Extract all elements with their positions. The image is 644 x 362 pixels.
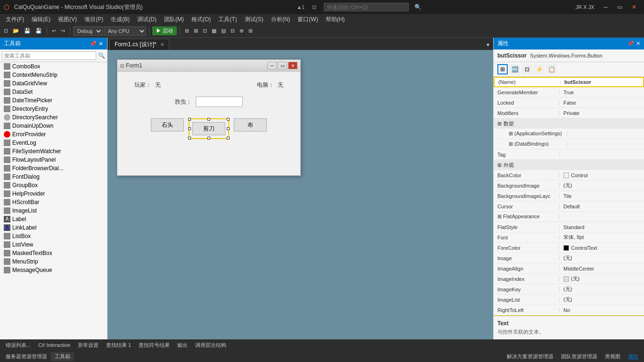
prop-properties-btn[interactable]: ⊡ — [522, 64, 532, 74]
scissor-button[interactable]: 剪刀 — [192, 122, 225, 135]
prop-section-data[interactable]: ⊞ 数据 — [494, 118, 644, 129]
prop-row-imagealign[interactable]: ImageAlign MiddleCenter — [494, 263, 644, 274]
toolbox-item[interactable]: MaskedTextBox — [0, 249, 107, 257]
save-all-btn[interactable]: 💾 — [33, 27, 44, 35]
output-tab-exceptions[interactable]: 异常设置 — [74, 341, 102, 350]
toolbox-item[interactable]: A LinkLabel — [0, 223, 107, 232]
minimize-button[interactable]: ─ — [600, 3, 611, 11]
prop-row-backcolor[interactable]: BackColor Control — [494, 170, 644, 181]
menu-format[interactable]: 格式(O) — [188, 15, 215, 25]
menu-debug[interactable]: 调试(D) — [133, 15, 160, 25]
toolbox-close-icon[interactable]: ✕ — [99, 41, 103, 47]
menu-help[interactable]: 帮助(H) — [322, 15, 349, 25]
menu-tools[interactable]: 工具(T) — [215, 15, 240, 25]
toolbar-btn4[interactable]: ▦ — [210, 27, 218, 35]
toolbar-btn1[interactable]: ⊞ — [183, 27, 191, 35]
prop-row-forecolor[interactable]: ForeColor ControlText — [494, 243, 644, 253]
prop-row-tag[interactable]: Tag — [494, 149, 644, 160]
menu-project[interactable]: 项目(P) — [81, 15, 107, 25]
output-tab-output[interactable]: 输出 — [173, 341, 191, 350]
close-button[interactable]: ✕ — [628, 3, 640, 11]
properties-link[interactable]: 属性 — [624, 352, 642, 361]
tab-dropdown-icon[interactable]: ▾ — [485, 40, 491, 50]
team-explorer-link[interactable]: 团队资源管理器 — [557, 352, 601, 361]
toolbox-item[interactable]: ImageList — [0, 206, 107, 215]
class-view-link[interactable]: 类视图 — [601, 352, 624, 361]
cloth-button[interactable]: 布 — [234, 118, 267, 132]
toolbox-tab[interactable]: 工具箱 — [51, 352, 74, 361]
output-tab-findsymbol[interactable]: 查找符号结果 — [135, 341, 173, 350]
restore-button[interactable]: ▭ — [613, 3, 626, 11]
toolbar-btn5[interactable]: ▤ — [219, 27, 228, 35]
output-tab-callstack[interactable]: 调用层次结构 — [191, 341, 230, 350]
toolbox-item[interactable]: DataGridView — [0, 79, 107, 88]
menu-test[interactable]: 测试(S) — [241, 15, 267, 25]
toolbox-item[interactable]: A Label — [0, 215, 107, 223]
prop-row-modifiers[interactable]: Modifiers Private — [494, 108, 644, 118]
rock-button[interactable]: 石头 — [151, 118, 184, 132]
form-close-btn[interactable]: ✕ — [288, 62, 297, 69]
undo-btn[interactable]: ↩ — [50, 27, 58, 35]
quick-launch-input[interactable] — [324, 3, 409, 11]
prop-row-imagekey[interactable]: ImageKey (无) — [494, 284, 644, 295]
solution-explorer-link[interactable]: 解决方案资源管理器 — [503, 352, 557, 361]
prop-categorized-btn[interactable]: ⊞ — [497, 64, 508, 74]
toolbox-item[interactable]: HScrollBar — [0, 198, 107, 206]
menu-edit[interactable]: 编辑(E) — [28, 15, 54, 25]
toolbox-item[interactable]: FolderBrowserDial... — [0, 164, 107, 173]
prop-row-generatemember[interactable]: GenerateMember True — [494, 87, 644, 98]
toolbar-btn8[interactable]: ⊞ — [247, 27, 255, 35]
toolbar-btn6[interactable]: ⊟ — [229, 27, 237, 35]
form-restore-btn[interactable]: ▭ — [278, 62, 287, 69]
toolbox-item[interactable]: MenuStrip — [0, 257, 107, 266]
prop-row-image[interactable]: Image (无) — [494, 253, 644, 263]
toolbox-item[interactable]: EventLog — [0, 139, 107, 147]
menu-view[interactable]: 视图(V) — [54, 15, 81, 25]
toolbar-btn2[interactable]: ⊠ — [192, 27, 200, 35]
toolbox-item[interactable]: DateTimePicker — [0, 96, 107, 105]
toolbox-item[interactable]: DirectorySearcher — [0, 113, 107, 122]
toolbox-item[interactable]: ListBox — [0, 232, 107, 240]
toolbox-search-input[interactable] — [2, 51, 96, 60]
redo-btn[interactable]: ↪ — [59, 27, 67, 35]
output-tab-findresults1[interactable]: 查找结果 1 — [102, 341, 135, 350]
toolbox-pin-icon[interactable]: 📌 — [90, 41, 97, 47]
properties-pin-icon[interactable]: 📌 — [627, 41, 634, 47]
toolbox-item[interactable]: FlowLayoutPanel — [0, 156, 107, 164]
prop-row-appsettings[interactable]: ⊞ (ApplicationSettings) — [494, 129, 644, 139]
prop-row-flatstyle[interactable]: FlatStyle Standard — [494, 222, 644, 232]
prop-section-appearance[interactable]: ⊞ 外观 — [494, 160, 644, 170]
toolbox-item[interactable]: GroupBox — [0, 181, 107, 189]
prop-row-imageindex[interactable]: ImageIndex (无) — [494, 274, 644, 284]
prop-row-locked[interactable]: Locked False — [494, 98, 644, 108]
menu-analyze[interactable]: 分析(N) — [267, 15, 294, 25]
toolbox-item[interactable]: ErrorProvider — [0, 130, 107, 139]
menu-file[interactable]: 文件(F) — [2, 15, 28, 25]
prop-row-font[interactable]: Font 宋体, 9pt — [494, 232, 644, 243]
debug-mode-dropdown[interactable]: Debug — [73, 26, 103, 36]
open-btn[interactable]: 📂 — [11, 27, 21, 35]
toolbar-btn3[interactable]: ⊡ — [201, 27, 209, 35]
save-btn[interactable]: 💾 — [22, 27, 33, 35]
prop-events-btn[interactable]: ⚡ — [534, 64, 545, 74]
toolbox-item[interactable]: DataSet — [0, 88, 107, 96]
start-button[interactable]: ▶ 启动 — [152, 26, 177, 35]
toolbox-item[interactable]: MessageQueue — [0, 266, 107, 274]
platform-dropdown[interactable]: Any CPU — [104, 26, 146, 36]
prop-row-bgimage[interactable]: BackgroundImage (无) — [494, 181, 644, 191]
prop-row-flatappearance[interactable]: ⊞ FlatAppearance — [494, 212, 644, 222]
menu-build[interactable]: 生成(B) — [107, 15, 133, 25]
form-minimize-btn[interactable]: ─ — [267, 62, 277, 69]
toolbox-item[interactable]: ComboBox — [0, 62, 107, 71]
toolbox-item[interactable]: DirectoryEntry — [0, 105, 107, 113]
prop-alphabetical-btn[interactable]: 🔤 — [510, 64, 520, 74]
toolbox-item[interactable]: FileSystemWatcher — [0, 147, 107, 156]
output-tab-interactive[interactable]: C# Interactive — [34, 341, 74, 349]
prop-row-databindings[interactable]: ⊞ (DataBindings) — [494, 139, 644, 149]
score-input[interactable] — [196, 97, 243, 107]
prop-propbind-btn[interactable]: 📋 — [546, 64, 557, 74]
server-explorer-tab[interactable]: 服务器资源管理器 — [2, 352, 51, 361]
properties-close-icon[interactable]: ✕ — [636, 41, 640, 47]
menu-window[interactable]: 窗口(W) — [294, 15, 322, 25]
prop-row-imagelist[interactable]: ImageList (无) — [494, 295, 644, 305]
